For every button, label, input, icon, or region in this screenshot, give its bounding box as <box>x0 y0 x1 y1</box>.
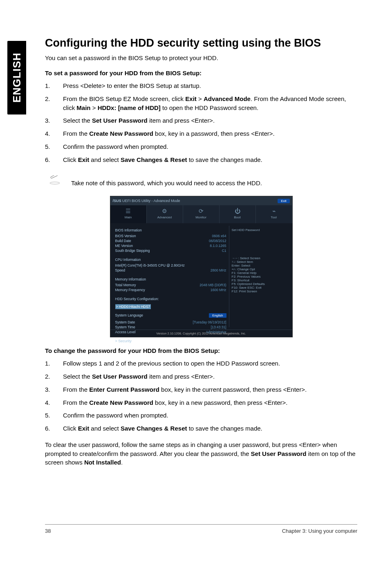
bios-tab-monitor[interactable]: ⟳Monitor <box>183 205 220 223</box>
bios-info-row: System Time[13:43:31] <box>115 325 226 329</box>
bios-help-line: F1: General Help <box>232 271 287 275</box>
bios-help-line: F3: Shortcut <box>232 278 287 282</box>
step-item: 1.Press <Delete> to enter the BIOS Setup… <box>45 81 357 90</box>
bios-help-line: F2: Previous Values <box>232 275 287 278</box>
step-item: 5.Confirm the password when prompted. <box>45 411 357 420</box>
bios-info-row: Intel(R) Core(TM) i5-3450S CPU @ 2.80GHz <box>115 263 226 267</box>
bios-help-line: F12: Print Screen <box>232 290 287 293</box>
bios-help-line: →←: Select Screen <box>232 256 287 260</box>
bios-help-panel-title: Set HDD Password <box>232 228 287 232</box>
step-item: 5.Confirm the password when prompted. <box>45 142 357 151</box>
page-title: Configuring the HDD security setting usi… <box>45 37 357 49</box>
svg-rect-1 <box>50 175 58 179</box>
step-item: 2.Select the Set User Password item and … <box>45 372 357 381</box>
bios-help-line: F10: Save ESC: Exit <box>232 286 287 290</box>
advanced-tab-icon: ⚙ <box>147 208 183 214</box>
step-item: 3.Select the Set User Password item and … <box>45 116 357 125</box>
clear-password-paragraph: To clear the user password, follow the s… <box>45 440 357 467</box>
change-password-steps: 1.Follow steps 1 and 2 of the previous s… <box>45 359 357 433</box>
bios-info-row: Total Memory2048 MB (DDR3) <box>115 283 226 287</box>
bios-hdd-item-selected[interactable]: > HDD0:Hitachi HDS7 <box>115 304 151 309</box>
boot-tab-icon: ⏻ <box>220 208 256 214</box>
bios-help-line: ↑↓: Select Item <box>232 260 287 264</box>
intro-text: You can set a password in the BIOS Setup… <box>45 54 357 61</box>
pencil-icon <box>45 175 65 190</box>
svg-point-0 <box>50 182 60 184</box>
bios-bios-info-list: BIOS Version0606 x64Build Date06/08/2012… <box>115 234 226 253</box>
bios-info-row: BIOS Version0606 x64 <box>115 234 226 238</box>
monitor-tab-icon: ⟳ <box>183 208 219 214</box>
bios-mem-info-list: Total Memory2048 MB (DDR3)Memory Frequen… <box>115 283 226 292</box>
bios-system-language-value[interactable]: English <box>209 313 226 318</box>
bios-cpu-info-heading: CPU Information <box>115 258 226 262</box>
step-item: 6.Click Exit and select Save Changes & R… <box>45 424 357 433</box>
bios-info-row: Speed2800 MHz <box>115 268 226 272</box>
bios-screenshot: /SUS UEFI BIOS Utility - Advanced Mode E… <box>110 196 293 337</box>
step-item: 4.From the Create New Password box, key … <box>45 398 357 407</box>
bios-info-row: System Date[Tuesday 06/19/2012] <box>115 320 226 324</box>
bios-help-line: Enter: Select <box>232 264 287 267</box>
bios-info-row: Build Date06/08/2012 <box>115 239 226 243</box>
step-item: 2.From the BIOS Setup EZ Mode screen, cl… <box>45 94 357 112</box>
note-text: Take note of this password, which you wo… <box>71 180 262 186</box>
bios-security-item[interactable]: > Security <box>115 339 226 343</box>
page-number: 38 <box>45 528 51 534</box>
chapter-label: Chapter 3: Using your computer <box>282 528 357 534</box>
step-item: 6.Click Exit and select Save Changes & R… <box>45 155 357 164</box>
change-password-heading: To change the password for your HDD from… <box>45 347 357 354</box>
set-password-steps: 1.Press <Delete> to enter the BIOS Setup… <box>45 81 357 164</box>
bios-info-row: ME Version8.1.0.1265 <box>115 244 226 248</box>
bios-tab-main[interactable]: ☰Main <box>110 205 147 223</box>
bios-help-keys: →←: Select Screen↑↓: Select ItemEnter: S… <box>232 256 287 293</box>
set-password-heading: To set a password for your HDD from the … <box>45 70 357 76</box>
bios-help-line: F5: Optimized Defaults <box>232 282 287 286</box>
step-item: 1.Follow steps 1 and 2 of the previous s… <box>45 359 357 368</box>
tool-tab-icon: ⌁ <box>256 208 292 214</box>
language-tab: ENGLISH <box>7 41 26 114</box>
page-footer: 38 Chapter 3: Using your computer <box>45 524 357 534</box>
step-item: 4.From the Create New Password box, key … <box>45 129 357 138</box>
bios-cpu-info-list: Intel(R) Core(TM) i5-3450S CPU @ 2.80GHz… <box>115 263 226 272</box>
bios-info-row: South Bridge SteppingC1 <box>115 249 226 253</box>
bios-info-row: Memory Frequency1600 MHz <box>115 288 226 292</box>
bios-hdd-conf-heading: HDD Security Configuration: <box>115 297 226 301</box>
step-item: 3.From the Enter Current Password box, k… <box>45 385 357 394</box>
note-callout: Take note of this password, which you wo… <box>45 175 357 190</box>
bios-mem-info-heading: Memory Information <box>115 277 226 281</box>
bios-tab-boot[interactable]: ⏻Boot <box>220 205 256 223</box>
bios-window-title: /SUS UEFI BIOS Utility - Advanced Mode <box>113 199 180 203</box>
bios-bios-info-heading: BIOS Information <box>115 228 226 232</box>
bios-system-language-label[interactable]: System Language <box>115 313 143 318</box>
bios-tab-advanced[interactable]: ⚙Advanced <box>147 205 183 223</box>
bios-tab-tool[interactable]: ⌁Tool <box>256 205 292 223</box>
main-tab-icon: ☰ <box>110 208 146 214</box>
bios-help-line: +/-: Change Opt <box>232 267 287 271</box>
bios-tab-bar: ☰Main⚙Advanced⟳Monitor⏻Boot⌁Tool <box>110 205 292 223</box>
bios-exit-button[interactable]: Exit <box>278 199 289 203</box>
